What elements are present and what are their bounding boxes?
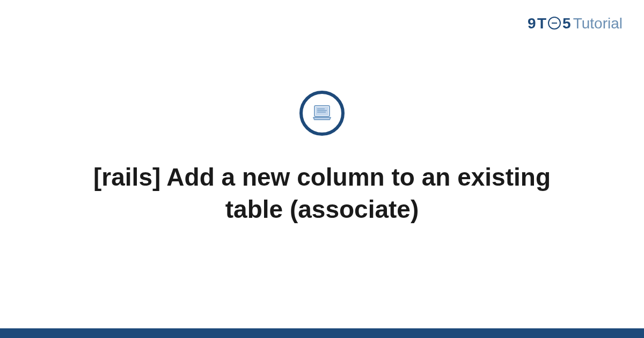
laptop-icon bbox=[310, 101, 334, 125]
main-content: [rails] Add a new column to an existing … bbox=[0, 0, 644, 338]
svg-rect-2 bbox=[316, 107, 328, 115]
footer-accent-bar bbox=[0, 328, 644, 338]
article-title: [rails] Add a new column to an existing … bbox=[80, 161, 564, 226]
category-icon-circle bbox=[299, 91, 345, 136]
